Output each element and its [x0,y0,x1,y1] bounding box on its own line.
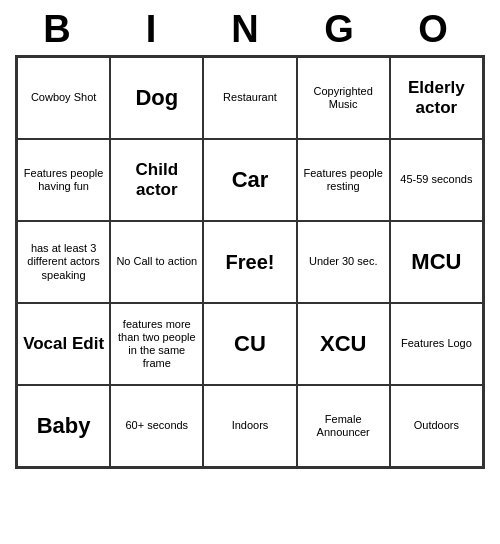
cell-4-3: Female Announcer [297,385,390,467]
cell-1-1: Child actor [110,139,203,221]
cell-1-4: 45-59 seconds [390,139,483,221]
cell-4-0: Baby [17,385,110,467]
cell-1-0: Features people having fun [17,139,110,221]
cell-1-3: Features people resting [297,139,390,221]
cell-2-0: has at least 3 different actors speaking [17,221,110,303]
cell-2-4: MCU [390,221,483,303]
cell-4-2: Indoors [203,385,296,467]
bingo-letter: B [15,8,109,51]
cell-4-1: 60+ seconds [110,385,203,467]
cell-3-4: Features Logo [390,303,483,385]
cell-0-0: Cowboy Shot [17,57,110,139]
cell-3-3: XCU [297,303,390,385]
cell-0-2: Restaurant [203,57,296,139]
cell-2-2: Free! [203,221,296,303]
bingo-letter: G [297,8,391,51]
cell-2-1: No Call to action [110,221,203,303]
cell-2-3: Under 30 sec. [297,221,390,303]
cell-3-1: features more than two people in the sam… [110,303,203,385]
cell-4-4: Outdoors [390,385,483,467]
cell-1-2: Car [203,139,296,221]
bingo-letter: O [391,8,485,51]
cell-3-2: CU [203,303,296,385]
bingo-header: BINGO [15,0,485,55]
bingo-letter: I [109,8,203,51]
cell-3-0: Vocal Edit [17,303,110,385]
bingo-letter: N [203,8,297,51]
cell-0-1: Dog [110,57,203,139]
cell-0-4: Elderly actor [390,57,483,139]
bingo-grid: Cowboy ShotDogRestaurantCopyrighted Musi… [15,55,485,469]
cell-0-3: Copyrighted Music [297,57,390,139]
